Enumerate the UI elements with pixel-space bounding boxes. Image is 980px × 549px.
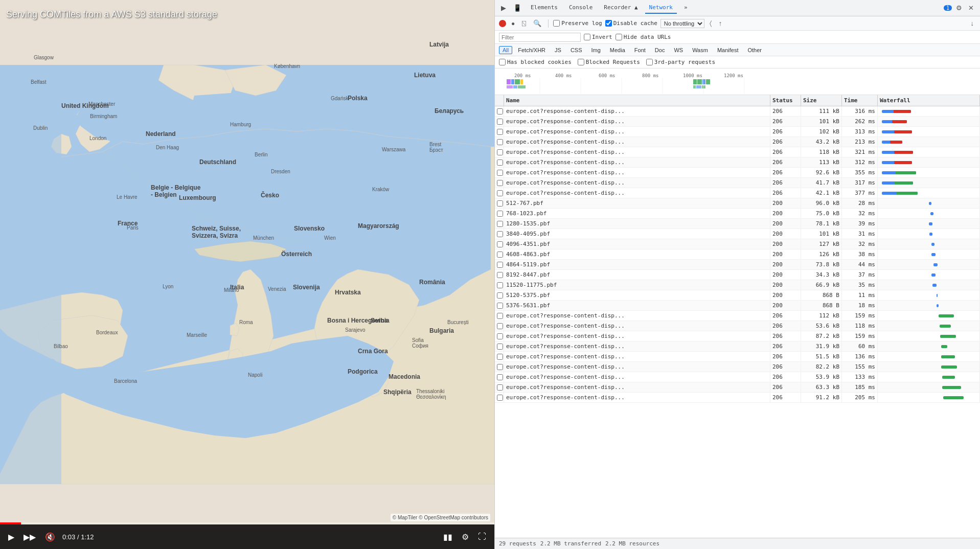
map-area: United Kingdom Nederland Deutschland Fra…: [0, 0, 494, 549]
type-css[interactable]: CSS: [567, 46, 586, 54]
row-status: 206: [770, 311, 801, 321]
type-manifest[interactable]: Manifest: [714, 46, 742, 54]
row-cb: [495, 239, 504, 249]
table-row[interactable]: 11520-11775.pbf 200 66.9 kB 35 ms: [495, 280, 980, 290]
row-size: 66.9 kB: [801, 280, 842, 290]
row-waterfall: [878, 362, 980, 372]
type-media[interactable]: Media: [606, 46, 629, 54]
third-party-cb[interactable]: 3rd-party requests: [646, 59, 715, 65]
pause-button[interactable]: ▮▮: [441, 530, 454, 544]
table-row[interactable]: 768-1023.pbf 200 75.0 kB 32 ms: [495, 209, 980, 219]
play-button[interactable]: ▶: [6, 530, 16, 544]
table-body[interactable]: europe.cot?response-content-disp... 206 …: [495, 106, 980, 538]
table-row[interactable]: 5120-5375.pbf 200 868 B 11 ms: [495, 290, 980, 301]
tab-recorder[interactable]: Recorder ▲: [600, 2, 642, 14]
row-waterfall: [878, 209, 980, 218]
next-button[interactable]: ▶▶: [21, 530, 38, 544]
th-waterfall[interactable]: Waterfall: [878, 95, 980, 106]
type-other[interactable]: Other: [744, 46, 765, 54]
svg-text:1200 ms: 1200 ms: [724, 73, 743, 78]
record-button[interactable]: [499, 20, 506, 27]
row-status: 206: [770, 117, 801, 126]
wifi-icon[interactable]: 〈: [708, 18, 714, 29]
table-row[interactable]: europe.cot?response-content-disp... 206 …: [495, 127, 980, 137]
tab-console[interactable]: Console: [565, 2, 597, 14]
hide-data-urls-checkbox[interactable]: Hide data URLs: [616, 34, 671, 40]
video-title: Serving COMTiles from a AWS S3 standard …: [6, 9, 217, 20]
row-name: 11520-11775.pbf: [504, 280, 770, 290]
download-icon[interactable]: ↓: [969, 18, 976, 28]
row-waterfall: [878, 229, 980, 239]
row-time: 38 ms: [842, 249, 878, 259]
table-row[interactable]: europe.cot?response-content-disp... 206 …: [495, 321, 980, 331]
table-row[interactable]: 4864-5119.pbf 200 73.8 kB 44 ms: [495, 260, 980, 270]
tab-more[interactable]: »: [680, 2, 692, 14]
mute-button[interactable]: 🔇: [43, 530, 57, 544]
table-row[interactable]: 8192-8447.pbf 200 34.3 kB 37 ms: [495, 270, 980, 280]
type-doc[interactable]: Doc: [651, 46, 669, 54]
table-row[interactable]: europe.cot?response-content-disp... 206 …: [495, 188, 980, 198]
search-icon[interactable]: 🔍: [531, 18, 543, 28]
requests-badge: 1: [944, 5, 952, 11]
row-size: 63.3 kB: [801, 382, 842, 392]
invert-checkbox[interactable]: Invert: [584, 34, 612, 40]
table-row[interactable]: 512-767.pbf 200 96.0 kB 28 ms: [495, 198, 980, 209]
table-row[interactable]: europe.cot?response-content-disp... 206 …: [495, 147, 980, 157]
throttle-select[interactable]: No throttling: [660, 19, 704, 28]
filter-input[interactable]: [499, 33, 581, 42]
type-js[interactable]: JS: [551, 46, 565, 54]
row-time: 377 ms: [842, 188, 878, 198]
table-row[interactable]: europe.cot?response-content-disp... 206 …: [495, 362, 980, 372]
row-cb: [495, 106, 504, 116]
row-size: 112 kB: [801, 311, 842, 321]
clear-icon[interactable]: ●: [509, 19, 517, 28]
filter-icon[interactable]: ⍂: [520, 18, 528, 28]
table-row[interactable]: europe.cot?response-content-disp... 206 …: [495, 157, 980, 168]
table-row[interactable]: europe.cot?response-content-disp... 206 …: [495, 372, 980, 382]
settings-button[interactable]: ⚙: [460, 530, 471, 544]
table-row[interactable]: 4608-4863.pbf 200 126 kB 38 ms: [495, 249, 980, 260]
devtools-inspect-icon[interactable]: ▶: [499, 3, 508, 13]
table-row[interactable]: europe.cot?response-content-disp... 206 …: [495, 137, 980, 147]
type-font[interactable]: Font: [631, 46, 649, 54]
upload-icon[interactable]: ↑: [717, 18, 724, 28]
th-time[interactable]: Time: [842, 95, 878, 106]
type-wasm[interactable]: Wasm: [689, 46, 712, 54]
table-row[interactable]: 5376-5631.pbf 200 868 B 18 ms: [495, 301, 980, 311]
table-row[interactable]: 1280-1535.pbf 200 78.1 kB 39 ms: [495, 219, 980, 229]
row-time: 262 ms: [842, 117, 878, 126]
table-row[interactable]: europe.cot?response-content-disp... 206 …: [495, 352, 980, 362]
devtools-device-icon[interactable]: 📱: [511, 3, 523, 13]
table-row[interactable]: europe.cot?response-content-disp... 206 …: [495, 382, 980, 393]
table-row[interactable]: europe.cot?response-content-disp... 206 …: [495, 311, 980, 321]
th-size[interactable]: Size: [801, 95, 842, 106]
type-ws[interactable]: WS: [670, 46, 687, 54]
tab-elements[interactable]: Elements: [527, 2, 562, 14]
table-row[interactable]: europe.cot?response-content-disp... 206 …: [495, 106, 980, 117]
table-row[interactable]: europe.cot?response-content-disp... 206 …: [495, 168, 980, 178]
table-row[interactable]: europe.cot?response-content-disp... 206 …: [495, 331, 980, 341]
svg-rect-42: [702, 85, 705, 88]
table-row[interactable]: 4096-4351.pbf 200 127 kB 32 ms: [495, 239, 980, 249]
type-all[interactable]: All: [499, 46, 512, 54]
th-status[interactable]: Status: [770, 95, 801, 106]
has-blocked-cookies-cb[interactable]: Has blocked cookies: [499, 59, 572, 65]
svg-rect-32: [520, 79, 523, 84]
table-row[interactable]: europe.cot?response-content-disp... 206 …: [495, 117, 980, 127]
disable-cache-checkbox[interactable]: Disable cache: [605, 20, 657, 27]
blocked-requests-cb[interactable]: Blocked Requests: [578, 59, 640, 65]
row-status: 206: [770, 106, 801, 116]
preserve-log-checkbox[interactable]: Preserve log: [553, 20, 602, 27]
close-icon[interactable]: ✕: [966, 3, 976, 13]
th-checkbox: [495, 95, 504, 106]
table-row[interactable]: europe.cot?response-content-disp... 206 …: [495, 178, 980, 188]
tab-network[interactable]: Network: [645, 2, 677, 14]
type-img[interactable]: Img: [588, 46, 604, 54]
table-row[interactable]: europe.cot?response-content-disp... 206 …: [495, 341, 980, 352]
type-fetch-xhr[interactable]: Fetch/XHR: [514, 46, 549, 54]
fullscreen-button[interactable]: ⛶: [476, 530, 488, 543]
settings-icon[interactable]: ⚙: [954, 3, 964, 13]
table-row[interactable]: europe.cot?response-content-disp... 206 …: [495, 393, 980, 403]
th-name[interactable]: Name: [504, 95, 770, 106]
table-row[interactable]: 3840-4095.pbf 200 101 kB 31 ms: [495, 229, 980, 239]
